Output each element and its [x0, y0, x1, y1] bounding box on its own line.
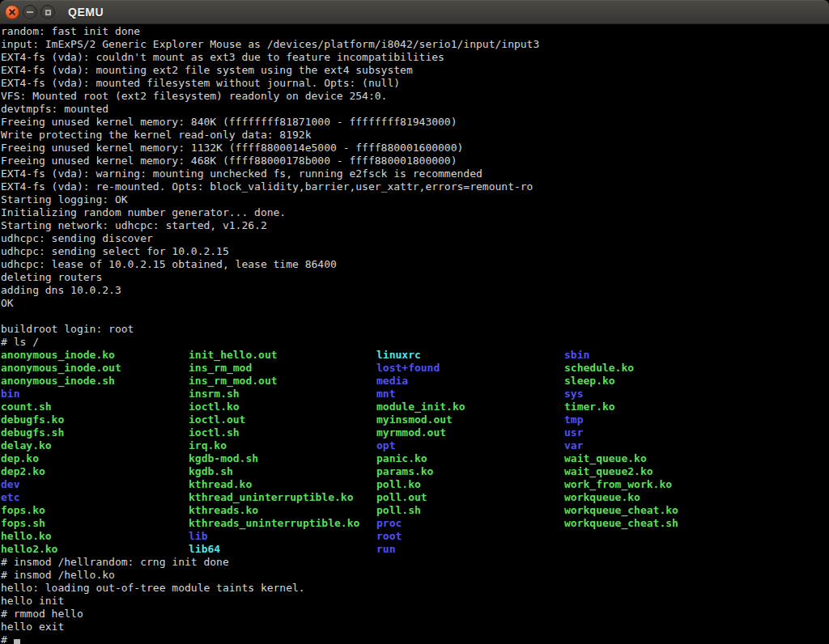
terminal-line: anonymous_inode.shins_rm_mod.outmediasle… [1, 375, 829, 388]
file-entry: kthread_uninterruptible.ko [189, 491, 376, 504]
file-entry: anonymous_inode.out [1, 362, 189, 375]
terminal-line: devtmpfs: mounted [1, 103, 829, 116]
file-entry: lib [189, 530, 376, 543]
file-entry: debugfs.sh [1, 426, 189, 439]
file-entry: sleep.ko [564, 375, 615, 387]
terminal-line: Write protecting the kernel read-only da… [1, 129, 829, 142]
file-entry: myrmmod.out [376, 426, 564, 439]
terminal-line: OK [1, 297, 829, 310]
terminal-line: # [1, 633, 829, 644]
terminal-line: Initializing random number generator... … [1, 206, 829, 219]
terminal-line: dep2.kokgdb.shparams.kowait_queue2.ko [1, 465, 829, 478]
window-titlebar[interactable]: QEMU [0, 0, 829, 24]
terminal-line: EXT4-fs (vda): re-mounted. Opts: block_v… [1, 180, 829, 193]
terminal-line: dep.kokgdb-mod.shpanic.kowait_queue.ko [1, 452, 829, 465]
file-entry: count.sh [1, 400, 189, 413]
file-entry: proc [376, 517, 564, 530]
file-entry: work_from_work.ko [564, 478, 672, 490]
terminal-screen[interactable]: random: fast init doneinput: ImExPS/2 Ge… [0, 24, 829, 644]
file-entry: poll.sh [376, 504, 564, 517]
terminal-line: Starting logging: OK [1, 193, 829, 206]
terminal-line [1, 310, 829, 323]
file-entry: etc [1, 491, 189, 504]
file-entry: anonymous_inode.ko [1, 349, 189, 362]
file-entry: dev [1, 478, 189, 491]
file-entry: schedule.ko [564, 362, 634, 374]
terminal-line: Freeing unused kernel memory: 840K (ffff… [1, 116, 829, 129]
terminal-line: fops.kokthreads.kopoll.shworkqueue_cheat… [1, 504, 829, 517]
terminal-line: hello.kolibroot [1, 530, 829, 543]
file-entry: bin [1, 388, 189, 400]
file-entry: init_hello.out [189, 349, 376, 362]
file-entry: hello.ko [1, 530, 189, 543]
file-entry: kthreads.ko [189, 504, 376, 517]
file-entry: module_init.ko [376, 400, 564, 413]
file-entry: params.ko [376, 465, 564, 478]
file-entry: var [564, 439, 583, 451]
terminal-line: input: ImExPS/2 Generic Explorer Mouse a… [1, 38, 829, 51]
file-entry: lost+found [376, 362, 564, 375]
file-entry: mnt [376, 388, 564, 400]
terminal-line: bininsrm.shmntsys [1, 388, 829, 400]
file-entry: debugfs.ko [1, 413, 189, 426]
file-entry: ioctl.ko [189, 400, 376, 413]
close-button[interactable] [5, 5, 19, 19]
file-entry: irq.ko [189, 439, 376, 452]
terminal-line: buildroot login: root [1, 323, 829, 336]
file-entry: workqueue.ko [564, 491, 640, 503]
terminal-line: deleting routers [1, 271, 829, 284]
terminal-line: adding dns 10.0.2.3 [1, 284, 829, 297]
file-entry: media [376, 375, 564, 388]
file-entry: kgdb-mod.sh [189, 452, 376, 465]
minimize-icon [27, 11, 33, 13]
maximize-button[interactable] [40, 5, 55, 19]
file-entry: opt [376, 439, 564, 452]
file-entry: anonymous_inode.sh [1, 375, 189, 388]
terminal-line: hello init [1, 595, 829, 608]
file-entry: poll.ko [376, 478, 564, 491]
terminal-line: delay.koirq.kooptvar [1, 439, 829, 452]
terminal-line: # insmod /hello.ko [1, 569, 829, 582]
terminal-line: Starting network: udhcpc: started, v1.26… [1, 219, 829, 232]
file-entry: wait_queue.ko [564, 452, 647, 464]
file-entry: run [376, 543, 564, 556]
file-entry: kgdb.sh [189, 465, 376, 478]
terminal-line: udhcpc: lease of 10.0.2.15 obtained, lea… [1, 258, 829, 271]
terminal-line: anonymous_inode.outins_rm_modlost+founds… [1, 362, 829, 375]
file-entry: linuxrc [376, 349, 564, 362]
file-entry: fops.sh [1, 517, 189, 530]
terminal-line: # insmod /hellrandom: crng init done [1, 556, 829, 569]
file-entry: ioctl.out [189, 413, 376, 426]
file-entry: kthread.ko [189, 478, 376, 491]
minimize-button[interactable] [23, 5, 37, 19]
terminal-line: fops.shkthreads_uninterruptible.koprocwo… [1, 517, 829, 530]
file-entry: timer.ko [564, 400, 615, 413]
file-entry: ins_rm_mod.out [189, 375, 376, 388]
file-entry: insrm.sh [189, 388, 376, 400]
file-entry: panic.ko [376, 452, 564, 465]
terminal-line: hello2.kolib64run [1, 543, 829, 556]
file-entry: fops.ko [1, 504, 189, 517]
terminal-line: random: fast init done [1, 25, 829, 38]
terminal-line: Freeing unused kernel memory: 1132K (fff… [1, 142, 829, 155]
file-entry: sys [564, 388, 583, 400]
window-title: QEMU [68, 6, 104, 19]
file-entry: delay.ko [1, 439, 189, 452]
terminal-line: EXT4-fs (vda): mounted filesystem withou… [1, 77, 829, 90]
terminal-cursor [14, 639, 20, 644]
file-entry: workqueue_cheat.sh [564, 517, 678, 529]
terminal-line: devkthread.kopoll.kowork_from_work.ko [1, 478, 829, 491]
terminal-line: EXT4-fs (vda): couldn't mount as ext3 du… [1, 51, 829, 64]
file-entry: kthreads_uninterruptible.ko [189, 517, 376, 530]
terminal-line: etckthread_uninterruptible.kopoll.outwor… [1, 491, 829, 504]
file-entry: tmp [564, 413, 583, 426]
terminal-line: udhcpc: sending select for 10.0.2.15 [1, 245, 829, 258]
file-entry: wait_queue2.ko [564, 465, 653, 477]
maximize-icon [45, 10, 51, 15]
file-entry: root [376, 530, 564, 543]
terminal-line: EXT4-fs (vda): warning: mounting uncheck… [1, 167, 829, 180]
file-entry: lib64 [189, 543, 376, 556]
terminal-line: # rmmod hello [1, 608, 829, 621]
file-entry: usr [564, 426, 583, 439]
file-entry: hello2.ko [1, 543, 189, 556]
